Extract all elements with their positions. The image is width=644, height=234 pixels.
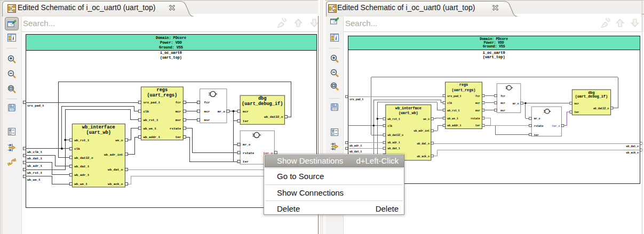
svg-text:srx_pad_t: srx_pad_t bbox=[27, 104, 44, 108]
svg-text:wb_addr_t: wb_addr_t bbox=[143, 135, 160, 139]
svg-text:clk: clk bbox=[388, 125, 393, 127]
svg-text:wb_dat_t: wb_dat_t bbox=[388, 147, 401, 150]
svg-text:wb_adr_t: wb_adr_t bbox=[27, 164, 42, 168]
svg-text:mr_o: mr_o bbox=[513, 102, 519, 105]
svg-text:clk: clk bbox=[143, 110, 149, 114]
svg-text:srx_pad_t: srx_pad_t bbox=[447, 95, 461, 98]
svg-text:(uart_regs): (uart_regs) bbox=[147, 93, 177, 98]
svg-text:wb_adr_int: wb_adr_int bbox=[104, 153, 123, 157]
svg-text:srx_pad_t: srx_pad_t bbox=[143, 101, 160, 104]
svg-text:msr: msr bbox=[204, 118, 210, 122]
svg-text:wb_dat_t: wb_dat_t bbox=[27, 157, 42, 160]
svg-text:wb_we_t: wb_we_t bbox=[27, 178, 41, 182]
svg-text:Domain: PDcore: Domain: PDcore bbox=[480, 37, 508, 41]
svg-text:wb_dat32_o: wb_dat32_o bbox=[388, 134, 403, 136]
svg-text:mcr: mcr bbox=[176, 110, 181, 114]
svg-text:wb_we_t: wb_we_t bbox=[143, 127, 156, 131]
svg-text:(uart_top): (uart_top) bbox=[483, 55, 505, 59]
svg-text:Domain: PDcore: Domain: PDcore bbox=[156, 36, 186, 40]
svg-text:wb_dat_t: wb_dat_t bbox=[74, 165, 89, 168]
svg-text:mcr: mcr bbox=[475, 102, 480, 104]
svg-text:dbg: dbg bbox=[258, 96, 266, 101]
svg-text:ter: ter bbox=[176, 135, 181, 139]
svg-text:fcr: fcr bbox=[204, 101, 210, 104]
svg-text:Ground: VSS: Ground: VSS bbox=[159, 45, 183, 50]
svg-text:wb_dat_o: wb_dat_o bbox=[626, 145, 639, 148]
svg-text:wb_adr_int: wb_adr_int bbox=[414, 130, 430, 132]
svg-text:wb_dat_o: wb_dat_o bbox=[417, 142, 430, 145]
svg-text:msr: msr bbox=[475, 109, 480, 112]
svg-text:rstate: rstate bbox=[243, 151, 255, 155]
svg-text:mr_o: mr_o bbox=[218, 110, 226, 114]
svg-text:wb_interface: wb_interface bbox=[82, 125, 115, 130]
svg-text:Power: VDD: Power: VDD bbox=[160, 41, 182, 45]
svg-text:fcr: fcr bbox=[176, 101, 181, 104]
svg-text:wb_rst_t: wb_rst_t bbox=[74, 139, 89, 142]
svg-text:wb_dat_t: wb_dat_t bbox=[349, 150, 362, 153]
svg-text:wb_rst_t: wb_rst_t bbox=[447, 109, 460, 112]
svg-text:i_oc_uart0: i_oc_uart0 bbox=[160, 51, 182, 55]
svg-text:mcr: mcr bbox=[500, 102, 505, 104]
svg-text:ter: ter bbox=[243, 119, 249, 123]
svg-text:rstate: rstate bbox=[170, 127, 181, 131]
svg-text:regs: regs bbox=[459, 83, 468, 87]
svg-text:wb_we_t: wb_we_t bbox=[74, 182, 88, 186]
svg-text:i_oc_uart0: i_oc_uart0 bbox=[483, 51, 505, 55]
svg-text:fcr: fcr bbox=[500, 95, 505, 98]
svg-text:wb_dat32_o: wb_dat32_o bbox=[264, 115, 283, 119]
svg-text:msr: msr bbox=[500, 109, 505, 112]
svg-text:wb_we_t: wb_we_t bbox=[447, 117, 458, 120]
svg-text:(uart_debug_if): (uart_debug_if) bbox=[242, 101, 283, 107]
svg-text:ter: ter bbox=[243, 160, 249, 164]
svg-text:wb_adr_t: wb_adr_t bbox=[349, 144, 362, 147]
svg-text:wb_ack_o: wb_ack_o bbox=[108, 182, 123, 186]
svg-text:Ground: VSS: Ground: VSS bbox=[483, 45, 505, 49]
svg-text:rstate: rstate bbox=[471, 117, 480, 120]
svg-text:wb_dat_o: wb_dat_o bbox=[108, 168, 123, 172]
svg-text:ter: ter bbox=[475, 124, 480, 127]
svg-text:wb_ack_o: wb_ack_o bbox=[626, 151, 639, 154]
svg-text:ter_o: ter_o bbox=[552, 125, 560, 127]
svg-text:we_o: we_o bbox=[423, 118, 430, 120]
svg-text:ter: ter bbox=[575, 111, 579, 114]
svg-text:mr_o: mr_o bbox=[534, 117, 540, 120]
svg-text:clk: clk bbox=[74, 147, 80, 151]
svg-text:(uart_wb): (uart_wb) bbox=[86, 130, 111, 135]
svg-text:srx_pad_t: srx_pad_t bbox=[349, 98, 363, 101]
svg-text:mcr: mcr bbox=[243, 110, 249, 114]
svg-text:clk: clk bbox=[447, 102, 452, 104]
svg-text:wb_dat32_o: wb_dat32_o bbox=[593, 107, 609, 110]
svg-text:(uart_debug_if): (uart_debug_if) bbox=[575, 94, 608, 99]
svg-text:mcr: mcr bbox=[575, 102, 579, 105]
svg-text:Power: VDD: Power: VDD bbox=[484, 41, 504, 45]
svg-text:(uart_top): (uart_top) bbox=[160, 55, 182, 60]
svg-text:wb_interface: wb_interface bbox=[395, 106, 422, 110]
svg-text:wb_rst_t: wb_rst_t bbox=[388, 118, 401, 120]
svg-text:ter: ter bbox=[534, 134, 539, 136]
svg-text:we_o: we_o bbox=[115, 139, 123, 142]
svg-text:wb_adr_t: wb_adr_t bbox=[388, 141, 401, 144]
svg-text:mcr: mcr bbox=[204, 110, 210, 114]
svg-text:(uart_wb): (uart_wb) bbox=[399, 111, 418, 115]
svg-text:(uart_regs): (uart_regs) bbox=[452, 88, 476, 92]
svg-text:rstate: rstate bbox=[534, 125, 544, 127]
svg-text:wb_clk_t: wb_clk_t bbox=[27, 150, 42, 154]
svg-text:wb_adr_t: wb_adr_t bbox=[74, 173, 89, 177]
svg-text:regs: regs bbox=[156, 87, 168, 93]
svg-text:wb_ack_o: wb_ack_o bbox=[417, 155, 430, 158]
svg-text:mr_o: mr_o bbox=[243, 143, 251, 147]
svg-text:msr: msr bbox=[176, 118, 181, 122]
svg-text:wb_addr_t: wb_addr_t bbox=[447, 124, 461, 127]
svg-text:wb_dat32_o: wb_dat32_o bbox=[74, 156, 93, 160]
svg-text:fcr: fcr bbox=[475, 95, 480, 98]
svg-text:wb_rst_t: wb_rst_t bbox=[27, 171, 42, 175]
svg-text:wb_rst_t: wb_rst_t bbox=[143, 118, 158, 122]
